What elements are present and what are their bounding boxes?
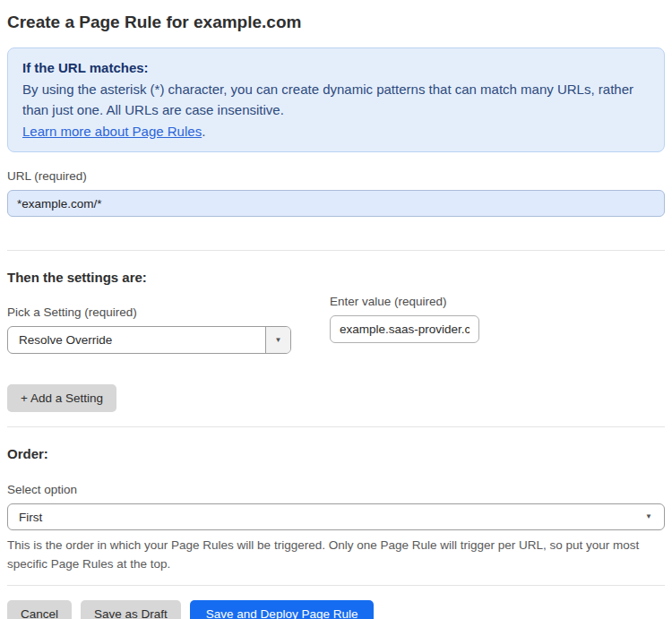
setting-row: Pick a Setting (required) Resolve Overri… [7,288,665,354]
cancel-button[interactable]: Cancel [7,600,72,619]
setting-value-column: Enter value (required) [330,295,479,343]
page-rule-form: Create a Page Rule for example.com If th… [0,0,672,619]
add-setting-button[interactable]: + Add a Setting [7,384,116,412]
section-divider [7,250,665,251]
info-box-link-line: Learn more about Page Rules. [22,121,650,142]
footer-buttons: Cancel Save as Draft Save and Deploy Pag… [7,600,665,619]
url-label: URL (required) [7,169,665,183]
info-box-heading: If the URL matches: [22,57,650,79]
chevron-down-icon: ▼ [645,513,652,520]
section-divider [7,426,665,427]
order-select-value: First [19,511,42,524]
setting-picker-arrow-button[interactable]: ▼ [265,327,290,353]
info-box-body: By using the asterisk (*) character, you… [22,79,650,121]
link-suffix: . [202,124,205,139]
page-rules-link[interactable]: Learn more about Page Rules [22,124,202,139]
settings-section-heading: Then the settings are: [7,270,665,285]
setting-picker-dropdown[interactable]: Resolve Override ▼ [7,326,291,354]
page-title: Create a Page Rule for example.com [7,13,665,32]
setting-picker-label: Pick a Setting (required) [7,305,291,319]
url-input[interactable] [7,190,665,217]
url-match-info-box: If the URL matches: By using the asteris… [7,47,665,152]
chevron-down-icon: ▼ [275,337,282,344]
setting-value-label: Enter value (required) [330,295,479,308]
order-select[interactable]: First ▼ [7,503,665,530]
setting-picker-value: Resolve Override [8,327,265,353]
footer-divider [7,585,665,586]
order-help-text: This is the order in which your Page Rul… [7,536,661,573]
order-section-heading: Order: [7,446,665,461]
setting-value-input[interactable] [330,315,479,343]
save-draft-button[interactable]: Save as Draft [81,600,181,619]
setting-picker-column: Pick a Setting (required) Resolve Overri… [7,288,291,354]
save-deploy-button[interactable]: Save and Deploy Page Rule [190,600,375,619]
order-select-label: Select option [7,483,665,496]
